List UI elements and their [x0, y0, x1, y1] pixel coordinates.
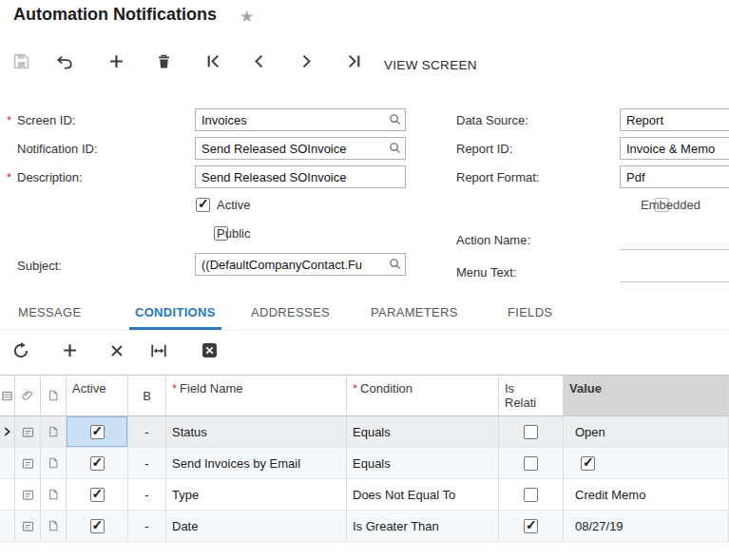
note-cell[interactable]: [15, 511, 41, 542]
notification-id-label: Notification ID:: [17, 142, 98, 156]
condition-cell[interactable]: Equals: [347, 448, 499, 479]
undo-button[interactable]: [48, 48, 81, 78]
column-config-cell[interactable]: [0, 375, 15, 416]
active-checkbox[interactable]: ✓: [196, 198, 210, 212]
column-config-icon: [2, 391, 12, 401]
active-cell[interactable]: ✓: [67, 511, 128, 542]
view-screen-button[interactable]: VIEW SCREEN: [384, 51, 477, 78]
save-button[interactable]: [5, 48, 37, 78]
note-cell[interactable]: [15, 479, 41, 511]
active-checkbox[interactable]: ✓: [90, 425, 105, 439]
lookup-icon[interactable]: [389, 142, 401, 154]
go-prev-button[interactable]: [242, 48, 275, 78]
is-related-checkbox[interactable]: ✓: [524, 488, 538, 502]
file-cell[interactable]: [41, 511, 67, 542]
column-header-field-name[interactable]: *Field Name: [166, 375, 347, 416]
required-marker: *: [7, 170, 11, 184]
condition-cell[interactable]: Does Not Equal To: [347, 479, 499, 511]
report-id-input[interactable]: [620, 137, 729, 160]
delete-row-button[interactable]: [100, 335, 134, 369]
field-name-cell[interactable]: Type: [166, 479, 347, 511]
file-cell[interactable]: [41, 448, 67, 479]
lookup-icon[interactable]: [389, 258, 401, 270]
favorite-star-icon[interactable]: ★: [240, 7, 254, 27]
b-cell[interactable]: -: [128, 511, 166, 542]
check-icon: ✓: [583, 454, 594, 470]
file-cell[interactable]: [41, 416, 67, 448]
last-record-icon: [346, 53, 362, 72]
refresh-button[interactable]: [4, 335, 38, 369]
embedded-checkbox-label: Embedded: [641, 198, 700, 212]
column-header-condition[interactable]: *Condition: [347, 375, 499, 416]
is-related-cell[interactable]: ✓: [499, 416, 564, 448]
b-cell[interactable]: -: [128, 416, 166, 448]
active-checkbox[interactable]: ✓: [90, 519, 105, 533]
fit-width-button[interactable]: [142, 335, 176, 369]
subject-field: [195, 253, 406, 276]
data-source-input[interactable]: [620, 108, 729, 131]
value-cell[interactable]: Credit Memo: [564, 479, 729, 511]
add-button[interactable]: [100, 48, 132, 78]
active-checkbox[interactable]: ✓: [90, 456, 105, 471]
x-icon: [109, 343, 125, 361]
value-cell[interactable]: Open: [564, 416, 729, 448]
tab-conditions[interactable]: CONDITIONS: [129, 295, 221, 330]
file-icon: [48, 426, 59, 437]
excel-export-icon: [201, 342, 218, 361]
tab-label: FIELDS: [508, 305, 552, 319]
add-row-button[interactable]: [52, 335, 86, 369]
column-header-value[interactable]: Value: [564, 375, 729, 416]
subject-input[interactable]: [195, 253, 406, 276]
column-header-b[interactable]: B: [128, 375, 166, 416]
go-last-button[interactable]: [337, 48, 370, 78]
check-icon: ✓: [526, 517, 537, 532]
tab-parameters[interactable]: PARAMETERS: [365, 295, 464, 330]
description-label: Description:: [17, 170, 83, 184]
tab-fields[interactable]: FIELDS: [502, 295, 558, 330]
value-cell[interactable]: 08/27/19: [564, 511, 729, 542]
menu-text-empty-field[interactable]: [620, 281, 729, 282]
file-cell[interactable]: [41, 479, 67, 511]
lookup-icon[interactable]: [389, 113, 401, 126]
delete-button[interactable]: [147, 48, 180, 78]
report-format-input[interactable]: [620, 165, 729, 188]
tab-addresses[interactable]: ADDRESSES: [245, 295, 336, 330]
column-header-is-related[interactable]: Is Relati: [499, 375, 564, 416]
is-related-checkbox[interactable]: ✓: [524, 519, 538, 533]
b-cell[interactable]: -: [128, 448, 166, 479]
is-related-checkbox[interactable]: ✓: [524, 456, 538, 471]
field-name-cell[interactable]: Status: [166, 416, 347, 448]
note-cell[interactable]: [15, 448, 41, 479]
active-cell[interactable]: ✓: [67, 448, 128, 479]
is-related-checkbox[interactable]: ✓: [524, 425, 538, 439]
b-cell[interactable]: -: [128, 479, 166, 511]
value-checkbox[interactable]: ✓: [581, 456, 595, 471]
prev-record-icon: [251, 53, 267, 72]
menu-text-label: Menu Text:: [456, 265, 516, 280]
description-input[interactable]: [195, 165, 406, 188]
column-header-active[interactable]: Active: [67, 375, 128, 416]
notification-id-input[interactable]: [195, 137, 406, 160]
tab-message[interactable]: MESSAGE: [12, 295, 86, 330]
condition-cell[interactable]: Is Greater Than: [347, 511, 499, 542]
export-excel-button[interactable]: [192, 335, 226, 369]
active-cell[interactable]: ✓: [67, 416, 128, 448]
go-next-button[interactable]: [290, 48, 322, 78]
is-related-cell[interactable]: ✓: [499, 479, 564, 511]
action-name-empty-field[interactable]: [620, 249, 729, 250]
active-cell[interactable]: ✓: [67, 479, 128, 511]
tab-bar: MESSAGE CONDITIONS ADDRESSES PARAMETERS …: [0, 295, 729, 331]
check-icon: ✓: [92, 517, 104, 532]
note-cell[interactable]: [15, 416, 41, 448]
is-related-cell[interactable]: ✓: [499, 448, 564, 479]
is-related-cell[interactable]: ✓: [499, 511, 564, 542]
go-first-button[interactable]: [197, 48, 229, 78]
screen-id-input[interactable]: [195, 108, 406, 131]
field-name-cell[interactable]: Date: [166, 511, 347, 542]
notes-column-header: [15, 375, 41, 416]
field-name-cell[interactable]: Send Invoices by Email: [166, 448, 347, 479]
value-cell[interactable]: ✓: [564, 448, 729, 479]
column-label: Is Relati: [505, 381, 536, 410]
condition-cell[interactable]: Equals: [347, 416, 499, 448]
active-checkbox[interactable]: ✓: [90, 488, 105, 502]
